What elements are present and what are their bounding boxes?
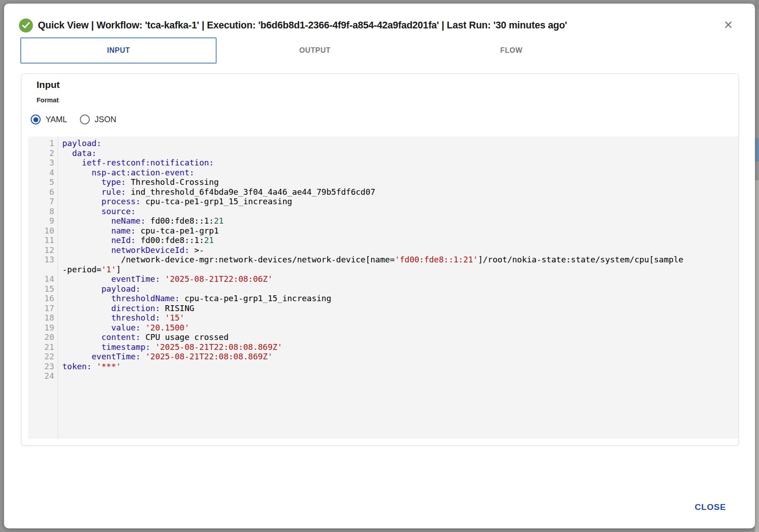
json-radio[interactable]: JSON — [80, 115, 116, 124]
line-number: 6 — [28, 187, 58, 197]
line-number: 9 — [28, 216, 58, 226]
line-number: 15 — [28, 284, 58, 294]
background-fragment — [755, 9, 759, 138]
code-line-text: data: — [58, 148, 686, 158]
background-page-edge — [755, 0, 759, 532]
line-number: 8 — [28, 206, 58, 216]
code-line: 14 eventTime: '2025-08-21T22:08:06Z' — [28, 274, 738, 284]
format-radio-group: YAML JSON — [31, 115, 116, 124]
line-number: 10 — [28, 226, 58, 236]
code-line-text: neName: fd00:fde8::1:21 — [58, 216, 686, 226]
yaml-radio-label: YAML — [46, 115, 67, 124]
code-line: 8 source: — [28, 206, 738, 216]
success-check-icon — [19, 18, 33, 32]
code-line-text: process: cpu-tca-pe1-grp1_15_increasing — [58, 197, 686, 206]
code-line: 2 data: — [28, 148, 738, 158]
code-line: 15 payload: — [28, 284, 738, 294]
code-line: 23token: '***' — [28, 362, 738, 371]
dialog-header: Quick View | Workflow: 'tca-kafka-1' | E… — [19, 15, 714, 35]
code-line-text: ietf-restconf:notification: — [58, 158, 686, 168]
dialog-title: Quick View | Workflow: 'tca-kafka-1' | E… — [38, 20, 567, 31]
line-number: 21 — [28, 342, 58, 352]
code-editor[interactable]: 1payload:2 data:3 ietf-restconf:notifica… — [28, 137, 738, 439]
line-number: 11 — [28, 235, 58, 245]
code-line-text: type: Threshold-Crossing — [58, 177, 686, 187]
close-button[interactable]: CLOSE — [695, 502, 726, 512]
code-line-text: threshold: '15' — [58, 313, 686, 323]
line-number: 19 — [28, 323, 58, 333]
code-line: 21 timestamp: '2025-08-21T22:08:08.869Z' — [28, 342, 738, 352]
panel-title: Input — [37, 79, 60, 90]
code-line: 19 value: '20.1500' — [28, 323, 738, 333]
code-line-text: timestamp: '2025-08-21T22:08:08.869Z' — [58, 342, 686, 352]
tab-bar: INPUT OUTPUT FLOW — [20, 37, 610, 64]
code-line: 13 /network-device-mgr:network-devices/n… — [28, 255, 738, 274]
line-number: 12 — [28, 245, 58, 255]
tab-input[interactable]: INPUT — [20, 37, 217, 64]
line-number: 18 — [28, 313, 58, 323]
line-number: 13 — [28, 255, 58, 265]
code-line-text: nsp-act:action-event: — [58, 168, 686, 178]
code-line-text — [58, 371, 686, 381]
format-label: Format — [37, 96, 59, 104]
code-line-text: payload: — [58, 284, 686, 294]
code-line: 17 direction: RISING — [28, 303, 738, 313]
code-line-text: eventTime: '2025-08-21T22:08:06Z' — [58, 274, 686, 284]
code-line-text: /network-device-mgr:network-devices/netw… — [58, 255, 686, 274]
close-icon[interactable]: ✕ — [722, 18, 735, 32]
code-line: 5 type: Threshold-Crossing — [28, 177, 738, 187]
code-line-text: neId: fd00:fde8::1:21 — [58, 235, 686, 245]
line-number: 1 — [28, 138, 58, 148]
line-number: 14 — [28, 274, 58, 284]
code-line: 1payload: — [28, 138, 738, 148]
code-line: 24 — [28, 371, 738, 381]
code-line: 11 neId: fd00:fde8::1:21 — [28, 235, 738, 245]
code-line-text: thresholdName: cpu-tca-pe1-grp1_15_incre… — [58, 294, 686, 303]
line-number: 5 — [28, 177, 58, 187]
code-line-text: eventTime: '2025-08-21T22:08:08.869Z' — [58, 352, 686, 362]
input-panel: Input Format YAML JSON 1payload:2 data:3… — [21, 73, 739, 445]
line-number: 7 — [28, 197, 58, 206]
quick-view-dialog: Quick View | Workflow: 'tca-kafka-1' | E… — [4, 4, 755, 528]
code-line-text: name: cpu-tca-pe1-grp1 — [58, 226, 686, 236]
line-number: 17 — [28, 303, 58, 313]
radio-selected-icon[interactable] — [31, 115, 41, 124]
json-radio-label: JSON — [95, 115, 116, 124]
code-line: 22 eventTime: '2025-08-21T22:08:08.869Z' — [28, 352, 738, 362]
code-line-text: token: '***' — [58, 362, 686, 371]
line-number: 24 — [28, 371, 58, 381]
code-line: 18 threshold: '15' — [28, 313, 738, 323]
line-number: 16 — [28, 294, 58, 303]
code-line: 10 name: cpu-tca-pe1-grp1 — [28, 226, 738, 236]
line-number: 3 — [28, 158, 58, 168]
code-line-text: networkDeviceId: >- — [58, 245, 686, 255]
radio-unselected-icon[interactable] — [80, 115, 90, 124]
code-line-text: source: — [58, 206, 686, 216]
line-number: 2 — [28, 148, 58, 158]
code-line: 9 neName: fd00:fde8::1:21 — [28, 216, 738, 226]
code-line-text: payload: — [58, 138, 686, 148]
background-fragment — [755, 161, 759, 180]
code-line-text: rule: ind_threshold_6f4bda9e_3f04_4a46_a… — [58, 187, 686, 197]
code-line: 3 ietf-restconf:notification: — [28, 158, 738, 168]
code-line: 7 process: cpu-tca-pe1-grp1_15_increasin… — [28, 197, 738, 206]
code-line: 6 rule: ind_threshold_6f4bda9e_3f04_4a46… — [28, 187, 738, 197]
background-fragment — [755, 0, 759, 9]
code-line: 16 thresholdName: cpu-tca-pe1-grp1_15_in… — [28, 294, 738, 303]
page-scrollbar-fragment — [755, 138, 759, 161]
line-number: 4 — [28, 168, 58, 178]
line-number: 22 — [28, 352, 58, 362]
tab-output[interactable]: OUTPUT — [217, 37, 413, 64]
tab-flow[interactable]: FLOW — [413, 37, 610, 64]
code-line: 20 content: CPU usage crossed — [28, 332, 738, 342]
line-number: 20 — [28, 332, 58, 342]
code-line: 4 nsp-act:action-event: — [28, 168, 738, 178]
background-fragment — [755, 180, 759, 532]
code-line: 12 networkDeviceId: >- — [28, 245, 738, 255]
yaml-radio[interactable]: YAML — [31, 115, 67, 124]
code-line-text: value: '20.1500' — [58, 323, 686, 333]
code-lines: 1payload:2 data:3 ietf-restconf:notifica… — [28, 137, 738, 381]
line-number: 23 — [28, 362, 58, 371]
code-line-text: content: CPU usage crossed — [58, 332, 686, 342]
code-line-text: direction: RISING — [58, 303, 686, 313]
